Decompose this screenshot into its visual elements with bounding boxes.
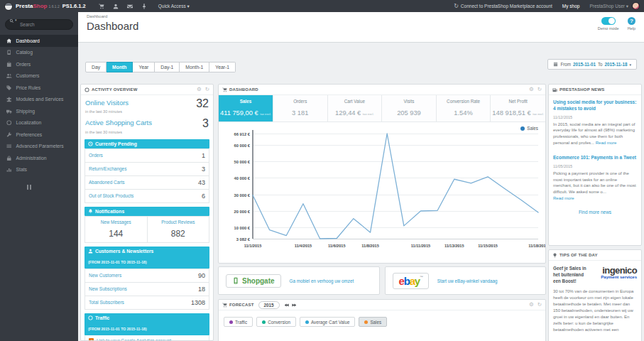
ebay-logo[interactable]: ebay™ [393, 273, 429, 289]
sidebar-item-customers[interactable]: Customers [0, 70, 78, 82]
search-scope-caret-icon[interactable]: ▾ [15, 18, 17, 22]
customer-icon[interactable] [113, 4, 119, 9]
prestashop-logo[interactable] [4, 2, 13, 11]
breadcrumb[interactable]: Dashboard [87, 14, 107, 18]
average-cart-value-dot [305, 320, 309, 324]
sidebar-item-label: Advanced Parameters [16, 144, 64, 148]
active-carts-link[interactable]: Active Shopping Carts [85, 119, 152, 126]
ingenico-logo[interactable]: ingenico Payment services [601, 266, 637, 284]
svg-text:10 000 €: 10 000 € [234, 226, 250, 230]
pending-row-orders[interactable]: Orders1 [84, 148, 209, 163]
google-analytics-row[interactable]: Link to your Google Analytics account [84, 335, 209, 341]
period-day-1-button[interactable]: Day-1 [155, 62, 180, 72]
main-content: Dashboard Dashboard Demo mode ? Help Day… [78, 12, 644, 341]
sidebar-item-administration[interactable]: Administration [0, 152, 78, 164]
brand-name[interactable]: PrestaShop [16, 3, 47, 9]
sidebar-item-modules[interactable]: Modules and Services [0, 94, 78, 106]
online-visitors-stat: Online Visitors 32 [81, 95, 213, 109]
sidebar-item-price-rules[interactable]: Price Rules [0, 82, 78, 94]
legend-label: Sales [370, 320, 381, 325]
pending-row-returns[interactable]: Return/Exchanges3 [84, 163, 209, 176]
previous-year-button[interactable] [284, 303, 289, 308]
truck-icon [6, 109, 12, 114]
gear-icon[interactable]: ⚙ [197, 87, 202, 92]
kpi-orders[interactable]: Orders3 181 [273, 95, 328, 121]
find-more-news-link[interactable]: Find more news [549, 206, 641, 220]
gear-icon[interactable]: ⚙ [529, 302, 534, 308]
help-icon[interactable]: ? [628, 17, 635, 25]
demo-mode-toggle[interactable] [601, 17, 616, 25]
kpi-visits[interactable]: Visits205 939 [382, 95, 437, 121]
marketplace-link[interactable]: ↻Connect to PrestaShop Marketplace accou… [454, 3, 552, 9]
next-year-button[interactable] [292, 303, 297, 308]
sidebar-item-preferences[interactable]: Preferences [0, 129, 78, 141]
svg-text:11/8/2015: 11/8/2015 [361, 244, 379, 248]
legend-conversion-button[interactable]: Conversion [256, 317, 296, 327]
sidebar-item-catalog[interactable]: Catalog [0, 47, 78, 59]
read-more-link[interactable]: Read more [553, 196, 574, 200]
sidebar-menu: Dashboard Catalog Orders Customers Price… [0, 35, 78, 175]
sidebar-item-stats[interactable]: Stats [0, 164, 78, 176]
total-subscribers-row[interactable]: Total Subscribers1308 [84, 296, 209, 310]
sidebar-item-dashboard[interactable]: Dashboard [0, 35, 78, 47]
kpi-net-profit[interactable]: Net Profit148 918,51 € tax excl. [491, 95, 545, 121]
pending-row-out-of-stock[interactable]: Out of Stock Products6 [84, 190, 209, 203]
ebay-card: ebay™ Start uw eBay-winkel vandaag [385, 266, 547, 295]
gear-icon[interactable]: ⚙ [529, 87, 534, 92]
new-messages-cell[interactable]: New Messages144 [85, 217, 147, 242]
date-range-picker[interactable]: From 2015-11-01 To 2015-11-18 ▾ [547, 59, 637, 70]
product-reviews-cell[interactable]: Product Reviews882 [147, 217, 209, 242]
article-title-link[interactable]: Using social media for your business: 4 … [553, 99, 637, 112]
pending-row-abandoned-carts[interactable]: Abandoned Carts43 [84, 176, 209, 190]
ebay-link[interactable]: Start uw eBay-winkel vandaag [437, 278, 498, 283]
sales-dot [364, 320, 368, 324]
online-visitors-link[interactable]: Online Visitors [85, 99, 129, 107]
article-title-link[interactable]: Ecommerce 101: Payments in a Tweet [553, 155, 637, 161]
quick-access-menu[interactable]: Quick Access ▾ [158, 4, 190, 9]
sales-chart: 66 912 €60 000 €50 000 €40 000 €30 000 €… [219, 122, 545, 250]
kpi-label: Cart Value [329, 99, 381, 104]
cart-icon[interactable] [99, 4, 104, 9]
legend-average-cart-value-button[interactable]: Average Cart Value [300, 317, 355, 327]
kpi-sales[interactable]: Sales411 759,00 € tax excl. [219, 95, 273, 121]
collapse-menu-button[interactable] [27, 185, 78, 190]
kpi-cart-value[interactable]: Cart Value129,44 € tax excl. [328, 95, 383, 121]
search-icon [9, 18, 14, 23]
my-shop-link[interactable]: My shop [562, 4, 580, 9]
shopgate-link[interactable]: Ga mobiel en verhoog uw omzet [290, 278, 354, 283]
sidebar-item-label: Dashboard [16, 38, 40, 43]
refresh-icon[interactable]: ↻ [537, 87, 542, 92]
legend-label: Sales [527, 126, 538, 131]
read-more-link[interactable]: Read more [596, 141, 617, 145]
shopgate-logo[interactable]: Shopgate [226, 274, 281, 288]
period-month-1-button[interactable]: Month-1 [180, 62, 209, 72]
prestashop-admin-dashboard: PrestaShop 1.6.1.2 PS1.6.1.2 Quick Acces… [0, 0, 644, 341]
refresh-icon[interactable]: ↻ [537, 302, 542, 308]
shopgate-name: Shopgate [242, 277, 275, 285]
google-analytics-icon [89, 338, 94, 341]
cell-label: Product Reviews [149, 220, 208, 224]
sidebar-item-orders[interactable]: Orders [0, 58, 78, 70]
period-year-1-button[interactable]: Year-1 [209, 62, 236, 72]
messages-icon[interactable] [127, 4, 133, 9]
new-subscriptions-row[interactable]: New Subscriptions18 [84, 283, 209, 296]
period-month-button[interactable]: Month [107, 62, 133, 72]
legend-traffic-button[interactable]: Traffic [224, 317, 253, 327]
user-menu[interactable]: PrestaShop User ▾ [589, 4, 628, 9]
traffic-dot [229, 320, 233, 324]
lightbulb-icon [552, 253, 557, 258]
sidebar-item-localization[interactable]: Localization [0, 117, 78, 129]
legend-sales-button[interactable]: Sales [359, 317, 387, 327]
period-year-button[interactable]: Year [133, 62, 155, 72]
refresh-icon[interactable]: ↻ [205, 87, 209, 92]
svg-text:11/18/2015: 11/18/2015 [528, 244, 545, 248]
pin-icon[interactable] [141, 4, 147, 9]
kpi-conversion-rate[interactable]: Conversion Rate1.54% [437, 95, 491, 121]
tips-of-the-day-panel: TIPS OF THE DAY Geef je Sales in het bui… [548, 249, 642, 341]
sidebar-item-shipping[interactable]: Shipping [0, 105, 78, 117]
traffic-subtitle: (FROM 2015-11-01 TO 2015-11-18) [88, 327, 147, 331]
user-avatar[interactable] [632, 2, 640, 10]
period-day-button[interactable]: Day [85, 62, 107, 72]
sidebar-item-advanced-parameters[interactable]: Advanced Parameters [0, 141, 78, 153]
new-customers-row[interactable]: New Customers90 [84, 269, 209, 283]
